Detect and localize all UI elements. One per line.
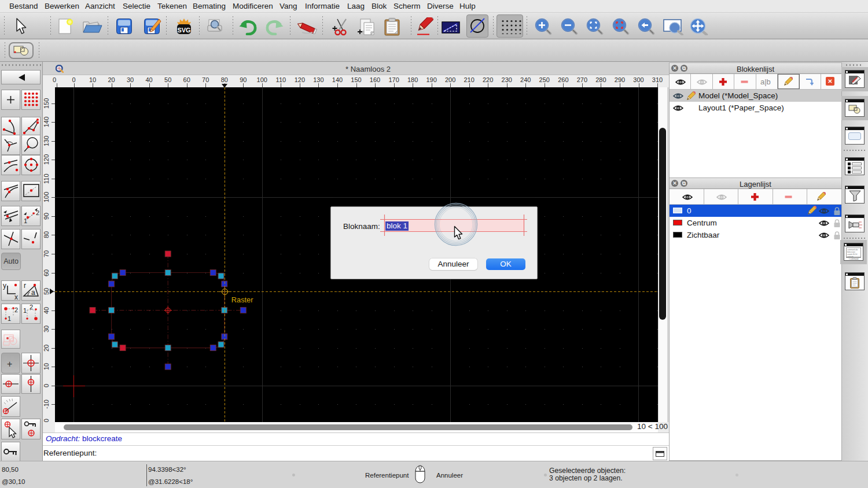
svg-text:1: 1 <box>24 217 27 224</box>
svg-text:1: 1 <box>8 315 11 322</box>
svg-text:a: a <box>31 289 35 297</box>
svg-text:Raster: Raster <box>231 295 253 304</box>
svg-text:2: 2 <box>36 209 39 216</box>
svg-text:y: y <box>3 282 6 290</box>
svg-text:2: 2 <box>14 306 18 313</box>
svg-text:SVG: SVG <box>177 27 190 34</box>
svg-text:x: x <box>14 293 18 300</box>
svg-text:r: r <box>24 282 26 290</box>
svg-text:1: 1 <box>23 307 27 314</box>
svg-text:2: 2 <box>30 304 33 310</box>
